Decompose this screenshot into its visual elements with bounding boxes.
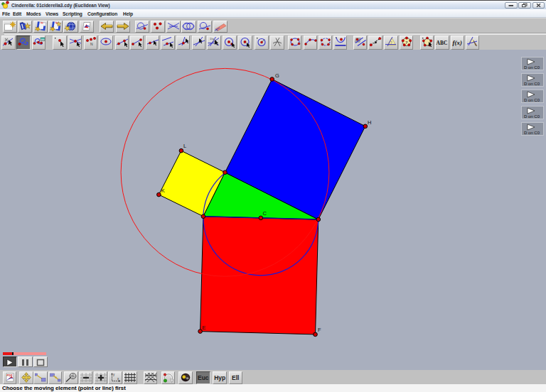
svg-text:ABC: ABC xyxy=(437,40,448,46)
svg-text:C: C xyxy=(263,210,267,217)
svg-text:10: 10 xyxy=(186,377,188,380)
svg-text:?: ? xyxy=(405,40,408,45)
svg-text:L: L xyxy=(183,143,186,149)
svg-text:F: F xyxy=(318,327,321,333)
svg-text:K: K xyxy=(161,187,165,194)
svg-text:x: x xyxy=(117,377,119,381)
svg-text:E: E xyxy=(202,325,205,331)
svg-text:y: y xyxy=(113,373,115,376)
svg-text:N: N xyxy=(90,42,93,46)
svg-text:?: ? xyxy=(390,40,392,45)
svg-text:H: H xyxy=(368,119,371,126)
svg-text:1/w: 1/w xyxy=(210,38,214,40)
svg-text:f(x): f(x) xyxy=(452,39,462,46)
svg-text:PDF: PDF xyxy=(6,374,13,377)
svg-text:G: G xyxy=(275,72,279,79)
